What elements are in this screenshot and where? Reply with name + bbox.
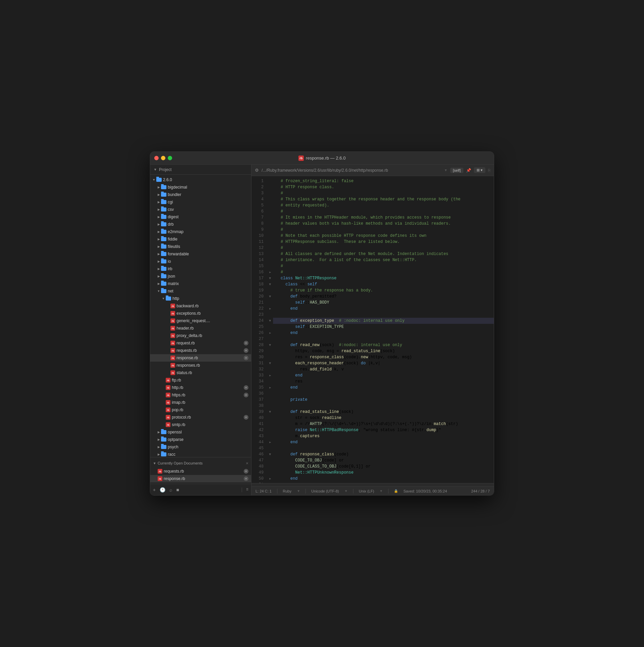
disclosure-drb[interactable]: ▶ <box>156 222 161 227</box>
sidebar-item-status.rb[interactable]: rbstatus.rb <box>150 369 251 376</box>
fold-44[interactable]: ▸ <box>267 439 273 445</box>
fold-50[interactable]: ▸ <box>267 476 273 482</box>
sidebar-item-request.rb[interactable]: rbrequest.rb× <box>150 339 251 347</box>
disclosure-responses.rb[interactable] <box>166 363 170 368</box>
sidebar-item-forwardable[interactable]: ▶forwardable <box>150 250 251 258</box>
code-line-20[interactable]: def body_permitted? <box>273 293 494 300</box>
code-line-42[interactable]: raise Net::HTTPBadResponse, "wrong statu… <box>273 427 494 433</box>
sidebar-item-openssl[interactable]: ▶openssl <box>150 428 251 436</box>
disclosure-requests.rb[interactable] <box>166 348 170 353</box>
disclosure-smtp.rb[interactable] <box>161 422 166 427</box>
maximize-button[interactable] <box>168 156 172 160</box>
code-line-46[interactable]: def response_class(code) <box>273 451 494 457</box>
disclosure-bundler[interactable]: ▶ <box>156 192 161 197</box>
copy-icon[interactable]: ⎘ <box>488 168 490 173</box>
disclosure-io[interactable]: ▶ <box>156 259 161 264</box>
code-line-25[interactable]: self::EXCEPTION_TYPE <box>273 324 494 330</box>
sidebar-item-proxy_delta.rb[interactable]: rbproxy_delta.rb <box>150 332 251 339</box>
close-https.rb[interactable]: × <box>244 393 248 397</box>
disclosure-fiddle[interactable]: ▶ <box>156 237 161 242</box>
code-line-16[interactable]: # <box>273 269 494 275</box>
code-line-17[interactable]: class Net::HTTPResponse <box>273 275 494 281</box>
disclosure-racc[interactable]: ▶ <box>156 452 161 457</box>
open-doc-close-response.rb[interactable]: × <box>244 476 248 481</box>
sidebar-tree[interactable]: ▼2.6.0▶bigdecimal▶bundler▶cgi▶csv▶digest… <box>150 175 251 457</box>
fold-22[interactable]: ▸ <box>267 306 273 312</box>
disclosure-fileutils[interactable]: ▶ <box>156 244 161 249</box>
open-doc-response.rb[interactable]: rbresponse.rb× <box>150 475 251 482</box>
fold-26[interactable]: ▸ <box>267 330 273 336</box>
code-line-10[interactable]: # Note that each possible HTTP response … <box>273 233 494 239</box>
code-line-48[interactable]: CODE_CLASS_TO_OBJ[code[0,1]] or <box>273 463 494 470</box>
code-line-15[interactable]: # <box>273 263 494 269</box>
disclosure-header.rb[interactable] <box>166 326 170 331</box>
sidebar-item-generic_request...[interactable]: rbgeneric_request.... <box>150 317 251 325</box>
disclosure-ftp.rb[interactable] <box>161 378 166 383</box>
code-line-40[interactable]: str = sock.readline <box>273 415 494 421</box>
code-line-47[interactable]: CODE_TO_OBJ[code] or <box>273 457 494 463</box>
close-http.rb[interactable]: × <box>244 385 248 390</box>
line-ending-selector[interactable]: Unix (LF) <box>359 489 374 493</box>
disclosure-2.6.0[interactable]: ▼ <box>152 177 156 182</box>
minimize-button[interactable] <box>161 156 165 160</box>
disclosure-bigdecimal[interactable]: ▶ <box>156 185 161 190</box>
encoding-selector[interactable]: Unicode (UTF-8) <box>311 489 339 493</box>
code-line-49[interactable]: Net::HTTPUnknownResponse <box>273 470 494 476</box>
code-line-26[interactable]: end <box>273 330 494 336</box>
sidebar-item-fileutils[interactable]: ▶fileutils <box>150 243 251 250</box>
code-line-27[interactable] <box>273 336 494 342</box>
sidebar-item-psych[interactable]: ▶psych <box>150 443 251 451</box>
sidebar-item-protocol.rb[interactable]: rbprotocol.rb× <box>150 414 251 421</box>
resize-handle[interactable]: ⠿ <box>246 488 248 491</box>
sidebar-item-http.rb[interactable]: rbhttp.rb× <box>150 384 251 391</box>
fold-16[interactable]: ▸ <box>267 269 273 275</box>
history-button[interactable]: 🕐 <box>160 487 165 493</box>
pin-icon[interactable]: 📌 <box>466 168 471 173</box>
sidebar-item-optparse[interactable]: ▶optparse <box>150 436 251 443</box>
code-line-29[interactable]: httpv, code, msg = read_status_line(sock… <box>273 348 494 354</box>
close-response.rb[interactable]: × <box>244 356 248 360</box>
code-container[interactable]: 1234567891011121314151617181920212223242… <box>251 176 494 483</box>
close-requests.rb[interactable]: × <box>244 348 248 353</box>
disclosure-openssl[interactable]: ▶ <box>156 430 161 434</box>
disclosure-status.rb[interactable] <box>166 370 170 375</box>
code-line-11[interactable]: # HTTPResponse subclass. These are liste… <box>273 239 494 245</box>
code-line-1[interactable]: # frozen_string_literal: false <box>273 178 494 184</box>
code-lines[interactable]: # frozen_string_literal: false # HTTP re… <box>273 176 494 483</box>
sidebar-item-digest[interactable]: ▶digest <box>150 213 251 221</box>
fold-31[interactable]: ▼ <box>267 360 273 366</box>
code-line-4[interactable]: # This class wraps together the response… <box>273 196 494 202</box>
disclosure-cgi[interactable]: ▶ <box>156 200 161 204</box>
disclosure-e2mmap[interactable]: ▶ <box>156 229 161 234</box>
code-line-30[interactable]: res = response_class(code).new(httpv, co… <box>273 354 494 360</box>
sidebar-item-csv[interactable]: ▶csv <box>150 206 251 213</box>
disclosure-psych[interactable]: ▶ <box>156 445 161 449</box>
code-line-21[interactable]: self::HAS_BODY <box>273 300 494 306</box>
sidebar-item-header.rb[interactable]: rbheader.rb <box>150 325 251 332</box>
code-line-31[interactable]: each_response_header(sock) do |k,v| <box>273 360 494 366</box>
sidebar-item-bundler[interactable]: ▶bundler <box>150 191 251 198</box>
close-button[interactable] <box>154 156 159 160</box>
add-button[interactable]: + <box>153 487 156 493</box>
code-line-18[interactable]: class << self <box>273 281 494 287</box>
fold-35[interactable]: ▸ <box>267 385 273 391</box>
disclosure-exceptions.rb[interactable] <box>166 311 170 316</box>
sidebar-item-cgi[interactable]: ▶cgi <box>150 198 251 206</box>
sidebar-item-bigdecimal[interactable]: ▶bigdecimal <box>150 184 251 191</box>
disclosure-imap.rb[interactable] <box>161 400 166 405</box>
code-line-32[interactable]: res.add_field k, v <box>273 366 494 372</box>
code-line-41[interactable]: m = /\AHTTP(?:\/(\d+\.\d+))?\s+(\d\d\d)(… <box>273 421 494 427</box>
layout-toggle[interactable]: ⊞ ▾ <box>474 167 485 173</box>
layout-button[interactable]: ■ <box>176 487 179 493</box>
sidebar-item-http[interactable]: ▼http <box>150 295 251 302</box>
sidebar-item-responses.rb[interactable]: rbresponses.rb <box>150 362 251 369</box>
code-line-13[interactable]: # All classes are defined under the Net … <box>273 251 494 257</box>
open-doc-close-requests.rb[interactable]: × <box>244 469 248 474</box>
code-line-39[interactable]: def read_status_line(sock) <box>273 409 494 415</box>
code-line-9[interactable]: # <box>273 227 494 233</box>
sidebar-item-drb[interactable]: ▶drb <box>150 221 251 228</box>
self-selector[interactable]: [self] <box>450 168 463 173</box>
code-line-24[interactable]: def exception_type # :nodoc: internal us… <box>273 318 494 324</box>
sidebar-item-requests.rb[interactable]: rbrequests.rb× <box>150 347 251 354</box>
fold-39[interactable]: ▼ <box>267 409 273 415</box>
